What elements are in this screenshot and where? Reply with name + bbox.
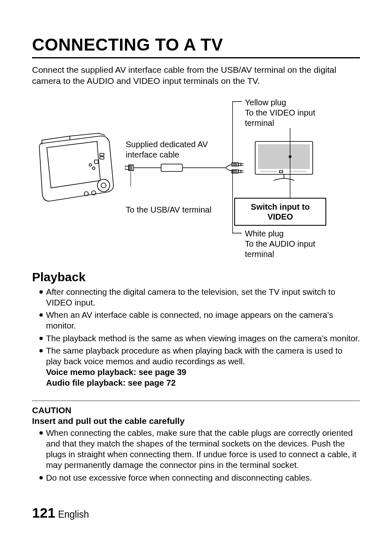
switch-line1: Switch input to — [251, 202, 309, 211]
playback-item-1: After connecting the digital camera to t… — [39, 287, 360, 308]
voice-memo-ref: Voice memo playback: see page 39 — [46, 367, 360, 377]
page-number: 121 — [32, 505, 55, 521]
connection-diagram: Supplied dedicated AV interface cable — [32, 95, 360, 259]
svg-rect-4 — [95, 160, 98, 164]
playback-item-2: When an AV interface cable is connected,… — [39, 310, 360, 331]
switch-input-box: Switch input to VIDEO — [234, 198, 326, 226]
playback-item-4-text: The same playback procedure as when play… — [46, 346, 342, 366]
camera-icon — [36, 132, 122, 204]
white-plug-line2: To the AUDIO input — [245, 239, 315, 248]
caution-list: When connecting the cables, make sure th… — [32, 428, 360, 483]
page-footer: 121 English — [32, 505, 89, 521]
svg-rect-9 — [125, 166, 129, 169]
playback-item-3: The playback method is the same as when … — [39, 333, 360, 344]
intro-text: Connect the supplied AV interface cable … — [32, 64, 360, 87]
svg-rect-8 — [100, 157, 104, 159]
switch-line2: VIDEO — [267, 212, 293, 221]
caution-subheading: Insert and pull out the cable carefully — [32, 416, 360, 426]
white-plug-line3: terminal — [245, 250, 274, 259]
page-language: English — [58, 509, 89, 520]
playback-item-4: The same playback procedure as when play… — [39, 345, 360, 389]
svg-rect-15 — [161, 164, 182, 171]
cable-label: Supplied dedicated AV interface cable — [126, 139, 208, 160]
caution-heading: CAUTION — [32, 405, 360, 415]
cable-label-line1: Supplied dedicated AV — [126, 140, 208, 149]
white-plug-label: White plug To the AUDIO input terminal — [245, 229, 315, 259]
caution-item-1: When connecting the cables, make sure th… — [39, 428, 360, 471]
audio-file-ref: Audio file playback: see page 72 — [46, 377, 360, 388]
usb-terminal-label: To the USB/AV terminal — [126, 205, 212, 215]
svg-rect-7 — [100, 153, 104, 156]
svg-point-5 — [89, 164, 92, 166]
svg-point-0 — [97, 179, 110, 192]
page-title: CONNECTING TO A TV — [32, 35, 360, 58]
playback-list: After connecting the digital camera to t… — [32, 287, 360, 389]
divider — [32, 400, 360, 401]
caution-item-2: Do not use excessive force when connecti… — [39, 472, 360, 483]
svg-point-1 — [101, 183, 106, 188]
cable-label-line2: interface cable — [126, 150, 179, 159]
white-plug-line1: White plug — [245, 229, 284, 238]
playback-heading: Playback — [32, 270, 360, 284]
svg-point-6 — [92, 167, 95, 169]
